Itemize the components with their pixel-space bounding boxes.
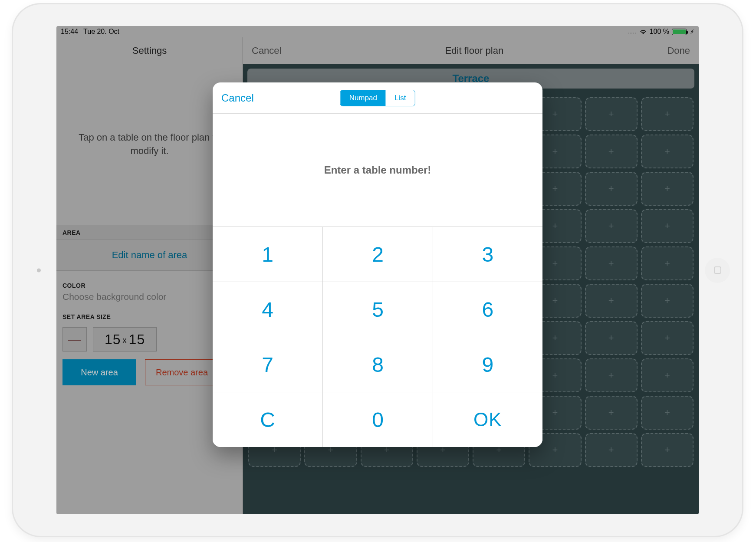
decrease-size-button[interactable]: — [62, 327, 87, 351]
status-date: Tue 20. Oct [83, 28, 119, 36]
numpad-0[interactable]: 0 [322, 392, 432, 447]
numpad-ok[interactable]: OK [433, 392, 542, 447]
header-done-button[interactable]: Done [667, 45, 690, 56]
numpad: 1 2 3 4 5 6 7 8 9 C 0 OK [213, 227, 542, 447]
floor-cell[interactable]: + [641, 358, 694, 392]
remove-area-button[interactable]: Remove area [145, 359, 219, 385]
app-header: Settings Cancel Edit floor plan Done [56, 37, 699, 64]
numpad-6[interactable]: 6 [433, 282, 542, 337]
signal-dots-icon: ..... [628, 29, 636, 34]
charging-icon: ⚡︎ [690, 28, 694, 35]
new-area-button[interactable]: New area [62, 359, 136, 385]
floor-cell[interactable]: + [585, 172, 638, 206]
numpad-3[interactable]: 3 [433, 227, 542, 282]
status-time: 15:44 [61, 28, 78, 36]
table-number-modal: Cancel Numpad List Enter a table number!… [213, 82, 542, 447]
floor-cell[interactable]: + [641, 246, 694, 280]
numpad-2[interactable]: 2 [322, 227, 432, 282]
battery-icon [672, 29, 687, 35]
size-separator: x [121, 336, 129, 345]
size-height: 15 [129, 332, 145, 348]
battery-percent: 100 % [650, 28, 669, 36]
floor-cell[interactable]: + [641, 97, 694, 131]
floor-cell[interactable]: + [585, 321, 638, 355]
modal-prompt: Enter a table number! [213, 114, 542, 227]
floor-cell[interactable]: + [641, 284, 694, 318]
floor-cell[interactable]: + [585, 396, 638, 430]
settings-title: Settings [56, 37, 243, 64]
modal-cancel-button[interactable]: Cancel [221, 92, 254, 104]
page-title: Edit floor plan [281, 45, 667, 56]
stage: 15:44 Tue 20. Oct ..... 100 % ⚡︎ Setting… [0, 0, 756, 542]
floor-cell[interactable]: + [641, 396, 694, 430]
numpad-8[interactable]: 8 [322, 337, 432, 392]
numpad-7[interactable]: 7 [213, 337, 322, 392]
status-bar: 15:44 Tue 20. Oct ..... 100 % ⚡︎ [56, 26, 699, 37]
floor-cell[interactable]: + [585, 97, 638, 131]
floor-cell[interactable]: + [641, 433, 694, 467]
numpad-9[interactable]: 9 [433, 337, 542, 392]
wifi-icon [639, 29, 647, 35]
camera-dot [37, 268, 41, 272]
modal-header: Cancel Numpad List [213, 82, 542, 114]
size-value[interactable]: 15 x 15 [93, 327, 157, 351]
floor-cell[interactable]: + [585, 284, 638, 318]
home-button[interactable] [705, 258, 730, 283]
floor-cell[interactable]: + [641, 321, 694, 355]
floor-cell[interactable]: + [585, 135, 638, 168]
size-width: 15 [105, 332, 121, 348]
floor-cell[interactable]: + [585, 358, 638, 392]
header-cancel-button[interactable]: Cancel [252, 45, 281, 56]
input-mode-segmented: Numpad List [340, 90, 415, 106]
ipad-frame: 15:44 Tue 20. Oct ..... 100 % ⚡︎ Setting… [13, 4, 742, 536]
numpad-4[interactable]: 4 [213, 282, 322, 337]
floor-cell[interactable]: + [585, 209, 638, 243]
segment-numpad[interactable]: Numpad [341, 90, 386, 106]
floor-cell[interactable]: + [641, 209, 694, 243]
segment-list[interactable]: List [386, 90, 414, 106]
floor-cell[interactable]: + [641, 172, 694, 206]
numpad-clear[interactable]: C [213, 392, 322, 447]
numpad-1[interactable]: 1 [213, 227, 322, 282]
floor-cell[interactable]: + [585, 246, 638, 280]
floor-cell[interactable]: + [641, 135, 694, 168]
numpad-5[interactable]: 5 [322, 282, 432, 337]
floor-cell[interactable]: + [585, 433, 638, 467]
screen: 15:44 Tue 20. Oct ..... 100 % ⚡︎ Setting… [56, 26, 699, 514]
